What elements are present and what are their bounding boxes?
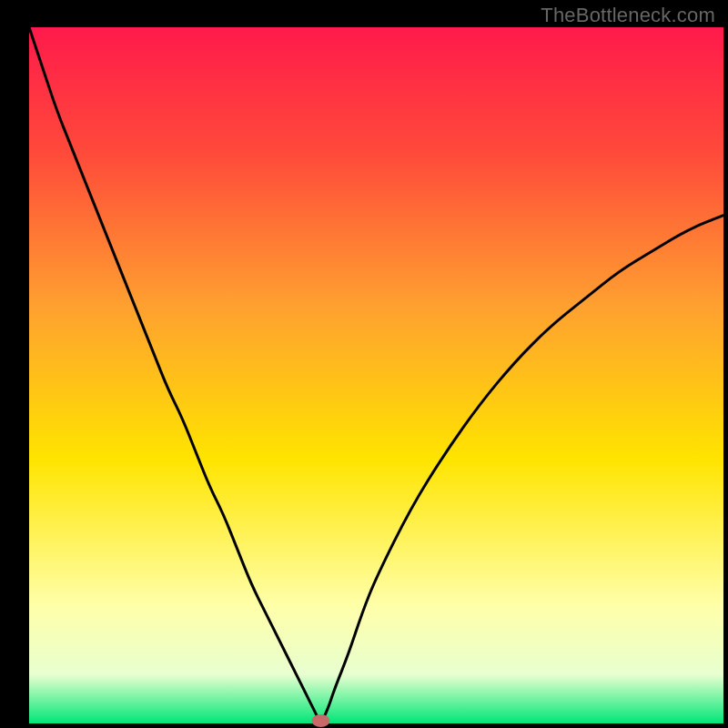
chart-svg [0, 0, 728, 728]
chart-plot-area [29, 27, 723, 723]
optimal-point-marker [311, 714, 329, 727]
watermark-label: TheBottleneck.com [541, 4, 715, 27]
bottleneck-chart: TheBottleneck.com [0, 0, 728, 728]
